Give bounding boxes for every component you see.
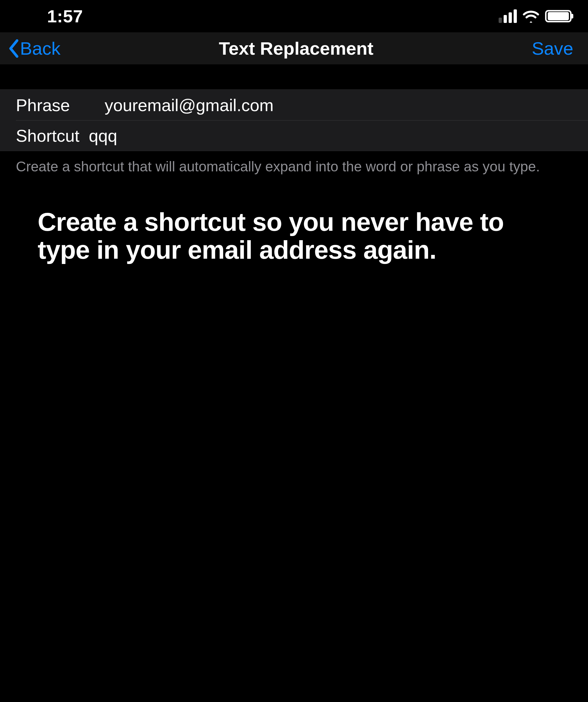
back-button[interactable]: Back (8, 38, 61, 59)
status-bar: 1:57 (0, 0, 588, 32)
wifi-icon (522, 10, 540, 23)
back-label: Back (20, 38, 61, 59)
phrase-input[interactable] (105, 95, 588, 115)
shortcut-label: Shortcut (16, 126, 89, 145)
cellular-icon (499, 9, 517, 23)
status-icons (499, 9, 572, 23)
shortcut-input[interactable] (89, 126, 588, 145)
overlay-caption: Create a shortcut so you never have to t… (0, 176, 588, 264)
nav-bar: Back Text Replacement Save (0, 32, 588, 65)
save-button[interactable]: Save (532, 38, 573, 59)
group-footer-text: Create a shortcut that will automaticall… (0, 151, 588, 176)
shortcut-row: Shortcut (16, 120, 588, 151)
battery-icon (545, 10, 572, 22)
chevron-left-icon (8, 39, 19, 58)
phrase-row: Phrase (0, 90, 588, 120)
status-time: 1:57 (47, 6, 83, 26)
form-group: Phrase Shortcut (0, 89, 588, 151)
phrase-label: Phrase (16, 95, 105, 115)
section-spacer (0, 65, 588, 89)
page-title: Text Replacement (219, 38, 373, 59)
